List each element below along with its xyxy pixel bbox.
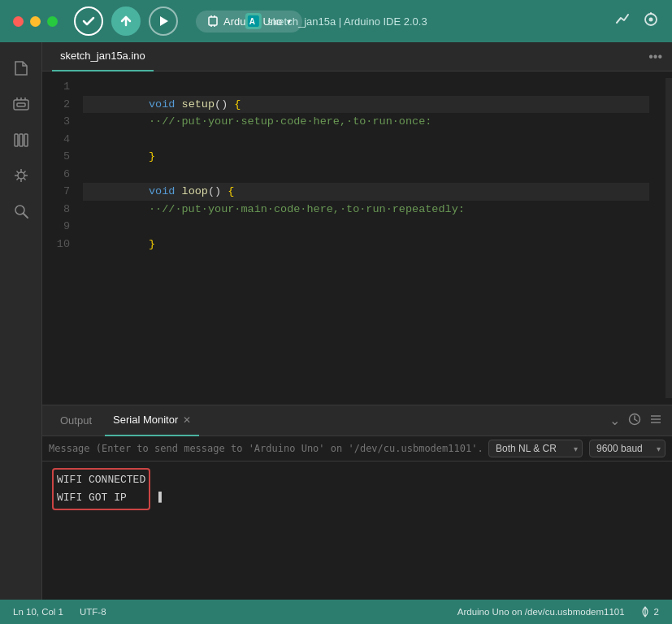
sidebar-item-files[interactable] [5,52,37,84]
svg-line-30 [23,214,28,219]
svg-rect-17 [15,134,18,146]
sidebar-item-board[interactable] [5,88,37,120]
bottom-panel: Output Serial Monitor ✕ ⌄ [42,405,672,600]
svg-text:A: A [249,17,254,26]
svg-rect-12 [14,100,28,110]
traffic-lights [13,16,58,27]
title-bar: Arduino Uno ▾ A sketch_jan15a | Arduino … [0,0,672,42]
plugin-count-label: 2 [654,607,659,617]
toolbar-right [615,11,659,32]
code-line-1: void setup() { [83,78,649,96]
output-tab[interactable]: Output [52,405,100,436]
tab-bar: sketch_jan15a.ino ••• [42,42,672,72]
svg-line-33 [635,419,637,421]
file-encoding: UTF-8 [80,607,106,617]
sidebar-item-search[interactable] [5,195,37,228]
serial-output-highlighted: WIFI CONNECTED WIFI GOT IP [52,468,150,510]
code-line-4: } [83,131,649,149]
title-text: sketch_jan15a | Arduino IDE 2.0.3 [267,15,427,28]
svg-line-25 [16,171,19,174]
line-ending-select[interactable]: Both NL & CR No Line Ending Newline Carr… [488,440,583,457]
line-numbers: 1 2 3 4 5 6 7 8 9 10 [42,78,83,398]
editor-tab[interactable]: sketch_jan15a.ino [52,42,154,72]
upload-button[interactable] [111,6,141,36]
more-tabs-button[interactable]: ••• [648,50,662,64]
svg-rect-13 [17,103,25,106]
app-icon: A [245,13,261,29]
sidebar-item-library[interactable] [5,124,37,156]
code-editor[interactable]: 1 2 3 4 5 6 7 8 9 10 void setup() { ··//… [42,72,672,405]
minimize-button[interactable] [30,16,41,27]
collapse-panel-icon[interactable]: ⌄ [609,413,620,428]
serial-monitor-icon[interactable] [643,11,659,32]
serial-line-2: WIFI GOT IP [57,492,127,504]
svg-point-10 [649,17,653,21]
cursor-indicator: ▌ [158,492,165,504]
debug-button[interactable] [149,6,178,36]
svg-line-28 [16,178,19,180]
serial-message-input[interactable] [49,443,482,454]
line-ending-select-wrapper: Both NL & CR No Line Ending Newline Carr… [488,440,583,457]
sidebar-item-debug[interactable] [5,159,37,192]
svg-rect-18 [20,134,23,146]
clock-icon[interactable] [628,413,641,429]
serial-monitor-tab[interactable]: Serial Monitor ✕ [105,405,199,436]
scroll-indicator [665,78,672,398]
code-line-9: } [83,218,649,236]
serial-message-bar: Both NL & CR No Line Ending Newline Carr… [42,436,672,462]
code-line-10 [83,236,649,254]
window-title: A sketch_jan15a | Arduino IDE 2.0.3 [245,13,427,29]
svg-line-27 [23,171,25,174]
status-bar-right: Arduino Uno on /dev/cu.usbmodem1101 2 [457,606,659,618]
bottom-tabs: Output Serial Monitor ✕ ⌄ [42,405,672,436]
serial-plotter-icon[interactable] [615,11,631,32]
main-layout: sketch_jan15a.ino ••• 1 2 3 4 5 6 7 8 9 … [0,42,672,600]
svg-rect-19 [24,134,28,146]
svg-line-26 [23,178,25,180]
serial-output: WIFI CONNECTED WIFI GOT IP ▌ [42,462,672,600]
close-button[interactable] [13,16,24,27]
baud-rate-select-wrapper: 9600 baud 300 baud 1200 baud 2400 baud 4… [589,440,665,457]
board-info: Arduino Uno on /dev/cu.usbmodem1101 [457,607,625,617]
code-content: void setup() { ··//·put·your·setup·code·… [83,78,665,398]
maximize-button[interactable] [47,16,58,27]
lines-icon[interactable] [649,413,662,429]
status-bar: Ln 10, Col 1 UTF-8 Arduino Uno on /dev/c… [0,600,672,624]
verify-button[interactable] [74,6,103,36]
svg-marker-1 [160,16,168,26]
code-line-5 [83,148,649,166]
serial-monitor-close-button[interactable]: ✕ [183,414,191,426]
baud-rate-select[interactable]: 9600 baud 300 baud 1200 baud 2400 baud 4… [589,440,665,457]
cursor-position: Ln 10, Col 1 [13,607,63,617]
code-line-6: void loop() { [83,166,649,184]
svg-rect-2 [209,17,217,25]
plugin-count[interactable]: 2 [639,606,659,618]
editor-tab-label: sketch_jan15a.ino [60,50,145,62]
editor-area: sketch_jan15a.ino ••• 1 2 3 4 5 6 7 8 9 … [42,42,672,600]
bottom-toolbar-right: ⌄ [609,413,662,429]
serial-line-1: WIFI CONNECTED [57,474,145,486]
sidebar [0,42,42,600]
